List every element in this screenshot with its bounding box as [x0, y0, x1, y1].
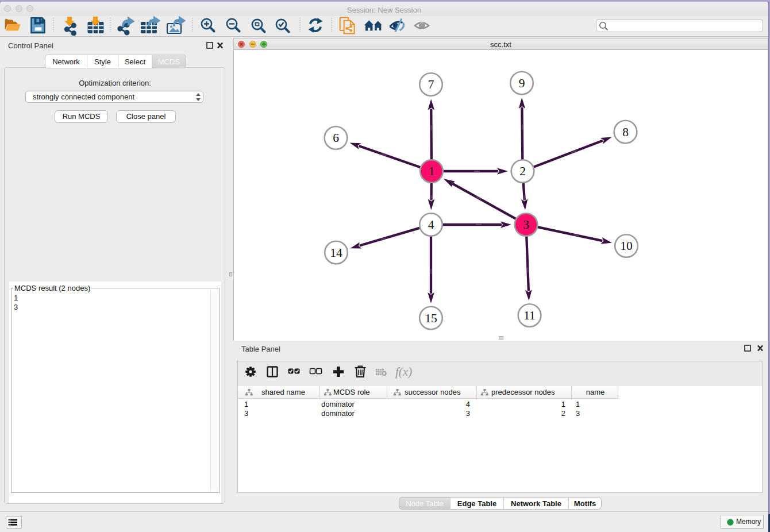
- svg-text:8: 8: [622, 125, 629, 139]
- svg-text:10: 10: [620, 239, 633, 253]
- svg-text:2: 2: [519, 164, 526, 178]
- svg-text:3: 3: [523, 218, 529, 232]
- svg-text:7: 7: [428, 78, 434, 91]
- svg-text:4: 4: [428, 218, 434, 232]
- svg-text:1: 1: [429, 164, 435, 178]
- svg-text:15: 15: [425, 311, 437, 325]
- svg-text:f(x): f(x): [395, 365, 412, 379]
- svg-text:6: 6: [333, 131, 339, 145]
- svg-text:14: 14: [330, 246, 342, 260]
- svg-text:11: 11: [523, 309, 536, 322]
- svg-text:9: 9: [519, 76, 525, 90]
